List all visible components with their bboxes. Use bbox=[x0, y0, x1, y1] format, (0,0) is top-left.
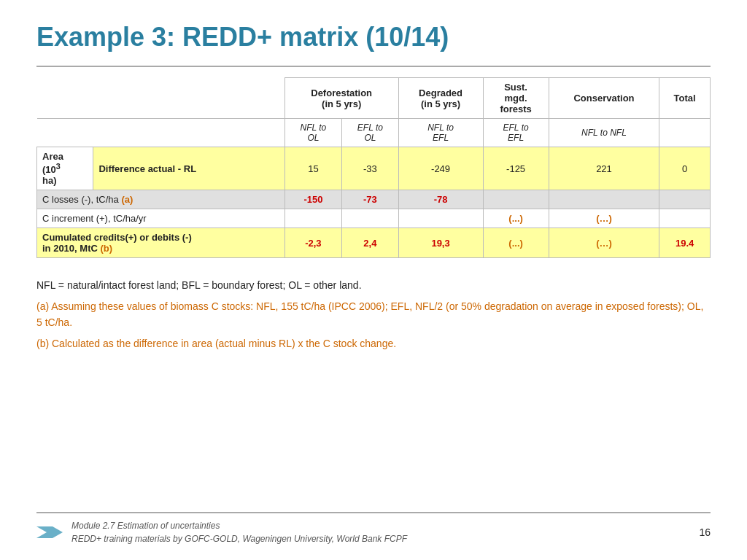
area-val-3: -125 bbox=[483, 147, 549, 190]
degraded-header: Degraded (in 5 yrs) bbox=[398, 78, 483, 119]
footer-arrow-icon bbox=[36, 524, 63, 540]
area-label: Area(103ha) bbox=[42, 151, 63, 186]
cum-val-5: 19.4 bbox=[659, 228, 711, 258]
cum-val-2: 19,3 bbox=[398, 228, 483, 258]
c-inc-val-5 bbox=[659, 209, 711, 228]
c-inc-val-2 bbox=[398, 209, 483, 228]
svg-marker-0 bbox=[36, 526, 63, 538]
footer-page: 16 bbox=[699, 526, 711, 538]
sust-mgd-header: Sust. mgd. forests bbox=[483, 78, 549, 119]
c-losses-row: C losses (-), tC/ha (a) -150 -73 -78 bbox=[37, 190, 711, 209]
deforestation-header: Deforestation (in 5 yrs) bbox=[285, 78, 398, 119]
area-val-4: 221 bbox=[549, 147, 659, 190]
cum-val-1: 2,4 bbox=[342, 228, 398, 258]
footer-left: Module 2.7 Estimation of uncertainties R… bbox=[36, 519, 407, 545]
c-losses-val-0: -150 bbox=[285, 190, 342, 209]
c-losses-val-5 bbox=[659, 190, 711, 209]
cum-val-4: (…) bbox=[549, 228, 659, 258]
sub-header-efl-efl: EFL to EFL bbox=[483, 119, 549, 147]
c-inc-val-1 bbox=[342, 209, 398, 228]
footnote-nfl: NFL = natural/intact forest land; BFL = … bbox=[36, 277, 711, 293]
c-increment-label: C increment (+), tC/ha/yr bbox=[42, 213, 147, 224]
sub-header-nfl-efl: NFL to EFL bbox=[398, 119, 483, 147]
c-losses-val-3 bbox=[483, 190, 549, 209]
footer: Module 2.7 Estimation of uncertainties R… bbox=[36, 519, 711, 545]
cum-val-0: -2,3 bbox=[285, 228, 342, 258]
cumulated-label: Cumulated credits(+) or debits (-)in 201… bbox=[42, 232, 192, 254]
c-losses-suffix: (a) bbox=[121, 194, 133, 205]
conservation-header: Conservation bbox=[549, 78, 659, 119]
c-losses-label: C losses (-), tC/ha bbox=[42, 194, 119, 205]
area-val-1: -33 bbox=[342, 147, 398, 190]
area-val-2: -249 bbox=[398, 147, 483, 190]
footer-org: REDD+ training materials by GOFC-GOLD, W… bbox=[71, 532, 407, 545]
cumulated-credits-row: Cumulated credits(+) or debits (-)in 201… bbox=[37, 228, 711, 258]
redd-matrix-table: Deforestation (in 5 yrs) Degraded (in 5 … bbox=[36, 77, 711, 258]
c-inc-val-4: (…) bbox=[549, 209, 659, 228]
footer-module: Module 2.7 Estimation of uncertainties bbox=[71, 519, 407, 532]
cum-val-3: (...) bbox=[483, 228, 549, 258]
footnotes-section: NFL = natural/intact forest land; BFL = … bbox=[36, 277, 711, 351]
footnote-a: (a) Assuming these values of biomass C s… bbox=[36, 298, 711, 331]
area-row: Area(103ha) Difference actual - RL 15 -3… bbox=[37, 147, 711, 190]
footer-divider bbox=[36, 512, 711, 513]
c-increment-row: C increment (+), tC/ha/yr (...) (…) bbox=[37, 209, 711, 228]
sub-header-nfl-nfl: NFL to NFL bbox=[549, 119, 659, 147]
slide-title: Example 3: REDD+ matrix (10/14) bbox=[36, 22, 711, 52]
footnote-b: (b) Calculated as the difference in area… bbox=[36, 335, 711, 351]
area-val-0: 15 bbox=[285, 147, 342, 190]
sub-header-total-empty bbox=[659, 119, 711, 147]
cumulated-suffix: (b) bbox=[100, 243, 112, 254]
c-losses-val-2: -78 bbox=[398, 190, 483, 209]
sub-header-efl-ol: EFL to OL bbox=[342, 119, 398, 147]
top-divider bbox=[36, 66, 711, 67]
sub-header-nfl-ol: NFL to OL bbox=[285, 119, 342, 147]
diff-actual-rl-label: Difference actual - RL bbox=[98, 163, 196, 174]
c-losses-val-1: -73 bbox=[342, 190, 398, 209]
c-inc-val-3: (...) bbox=[483, 209, 549, 228]
c-inc-val-0 bbox=[285, 209, 342, 228]
footer-text: Module 2.7 Estimation of uncertainties R… bbox=[71, 519, 407, 545]
c-losses-val-4 bbox=[549, 190, 659, 209]
area-val-5: 0 bbox=[659, 147, 711, 190]
total-header: Total bbox=[659, 78, 711, 119]
